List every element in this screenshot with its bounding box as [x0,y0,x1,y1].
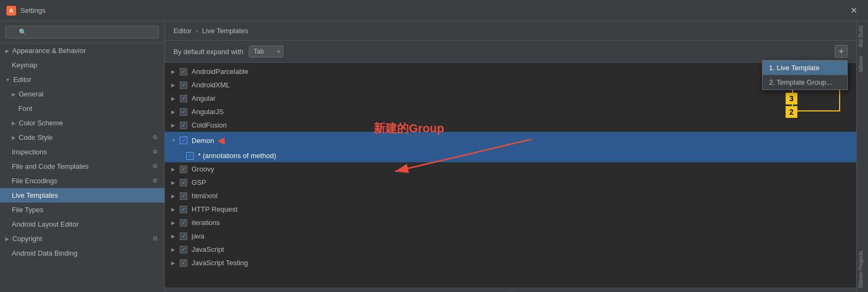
breadcrumb-current: Live Templates [202,27,248,35]
sidebar-item-label: Code Style [19,133,150,141]
group-checkbox[interactable]: ✓ [180,179,187,186]
template-group-javascript[interactable]: ▶ ✓ JavaScript [165,243,856,256]
group-arrow-icon: ▶ [171,193,177,199]
group-arrow-icon: ▶ [171,220,177,226]
group-arrow-icon: ▼ [171,138,177,143]
group-checkbox[interactable]: ✓ [180,95,187,102]
group-name-label: HTTP Request [192,205,238,213]
sidebar-item-label: Color Scheme [19,119,158,127]
sidebar-item-file-code-templates[interactable]: File and Code Templates ⚙ [0,159,164,174]
sidebar-item-label: Editor [13,76,158,84]
group-name-label: AngularJS [192,108,224,116]
main-container: ▶ Appearance & Behavior Keymap ▼ Editor … [0,21,868,292]
arrow-pointer-icon: ◀ [217,134,225,146]
app-icon: A [6,6,16,16]
group-checkbox[interactable]: ✓ [180,246,187,253]
ant-build-tab[interactable]: Ant Build [857,21,868,51]
template-group-groovy[interactable]: ▶ ✓ Groovy [165,162,856,176]
content-header: Editor › Live Templates [165,21,856,41]
group-arrow-icon: ▶ [171,260,177,266]
settings-icon: ⚙ [153,148,158,155]
horizontal-scrollbar[interactable]: ····· [165,288,856,292]
template-group-demon[interactable]: ▼ ✓ Demon ◀ [165,132,856,149]
group-arrow-icon: ▶ [171,207,177,212]
group-name-label: iterations [192,219,220,227]
group-checkbox[interactable]: ✓ [180,122,187,129]
maven-projects-tab[interactable]: Maven Projects [857,246,868,292]
group-arrow-icon: ▶ [171,247,177,252]
group-arrow-icon: ▶ [171,109,177,115]
group-checkbox[interactable]: ✓ [180,137,187,144]
group-checkbox[interactable]: ✓ [180,259,187,267]
group-checkbox[interactable]: ✓ [180,233,187,240]
group-name-label: AndroidParcelable [192,68,248,76]
sidebar-item-label: Appearance & Behavior [12,47,158,55]
template-group-htmlxml[interactable]: ▶ ✓ html/xml [165,189,856,203]
expand-select[interactable]: Tab Space Enter [249,46,284,57]
template-group-androidxml[interactable]: ▶ ✓ AndroidXML [165,78,856,92]
template-group-angularjs[interactable]: ▶ ✓ AngularJS [165,105,856,118]
group-checkbox[interactable]: ✓ [180,68,187,76]
settings-icon: ⚙ [153,134,158,141]
sidebar-item-live-templates[interactable]: Live Templates [0,188,164,203]
sidebar-item-file-types[interactable]: File Types [0,203,164,217]
sidebar-item-editor[interactable]: ▼ Editor [0,72,164,87]
arrow-icon: ▼ [5,77,10,83]
arrow-icon: ▶ [5,236,9,242]
sidebar-item-keymap[interactable]: Keymap [0,58,164,72]
sidebar-item-label: General [19,90,158,98]
add-template-button[interactable]: + [835,45,848,58]
group-name-label: ColdFusion [192,121,227,129]
group-name-label: GSP [192,178,206,186]
sidebar-item-font[interactable]: Font [0,101,164,116]
search-input[interactable] [5,26,159,39]
sidebar: ▶ Appearance & Behavior Keymap ▼ Editor … [0,21,165,292]
dropdown-template-group[interactable]: 2. Template Group... [763,75,847,89]
sidebar-item-color-scheme[interactable]: ▶ Color Scheme [0,116,164,130]
close-button[interactable]: ✕ [846,3,862,18]
template-group-gsp[interactable]: ▶ ✓ GSP [165,176,856,189]
sidebar-item-label: Copyright [12,235,150,243]
sidebar-item-file-encodings[interactable]: File Encodings ⚙ [0,174,164,188]
templates-list[interactable]: ▶ ✓ AndroidParcelable ▶ ✓ AndroidXML ▶ ✓… [165,63,856,288]
group-checkbox[interactable]: ✓ [180,166,187,173]
sidebar-item-general[interactable]: ▶ General [0,87,164,101]
database-tab[interactable]: tabase [857,51,868,76]
breadcrumb: Editor › Live Templates [173,27,248,35]
expand-label: By default expand with [173,48,243,56]
settings-icon: ⚙ [153,177,158,184]
group-checkbox[interactable]: ✓ [180,219,187,227]
sidebar-item-android-data-binding[interactable]: Android Data Binding [0,246,164,260]
settings-icon: ⚙ [153,163,158,170]
item-checkbox[interactable]: ✓ [186,152,194,160]
group-name-label: Groovy [192,165,214,173]
window-title: Settings [20,6,846,14]
sidebar-item-copyright[interactable]: ▶ Copyright ⚙ [0,231,164,246]
template-group-java[interactable]: ▶ ✓ java [165,229,856,243]
group-checkbox[interactable]: ✓ [180,192,187,200]
right-sidebar-panel: Ant Build tabase Maven Projects [856,21,868,292]
content-area: Editor › Live Templates By default expan… [165,21,856,292]
arrow-icon: ▶ [5,48,9,54]
dropdown-live-template[interactable]: 1. Live Template [763,61,847,75]
group-checkbox[interactable]: ✓ [180,206,187,213]
template-group-coldfusion[interactable]: ▶ ✓ ColdFusion [165,118,856,132]
sidebar-item-android-layout-editor[interactable]: Android Layout Editor [0,217,164,231]
template-group-angular[interactable]: ▶ ✓ Angular [165,92,856,105]
group-arrow-icon: ▶ [171,69,177,74]
group-arrow-icon: ▶ [171,180,177,185]
template-group-androidparcelable[interactable]: ▶ ✓ AndroidParcelable [165,65,856,78]
group-name-label: Demon [192,137,214,145]
sidebar-item-appearance[interactable]: ▶ Appearance & Behavior [0,43,164,58]
group-checkbox[interactable]: ✓ [180,81,187,89]
template-group-httprequest[interactable]: ▶ ✓ HTTP Request [165,203,856,216]
sidebar-item-code-style[interactable]: ▶ Code Style ⚙ [0,130,164,145]
template-item-demon-child[interactable]: ✓ * (annotations of method) [165,149,856,162]
add-dropdown-menu: 1. Live Template 2. Template Group... [762,60,848,90]
sidebar-item-inspections[interactable]: Inspections ⚙ [0,145,164,159]
group-name-label: JavaScript Testing [192,259,248,267]
template-group-iterations[interactable]: ▶ ✓ iterations [165,216,856,229]
template-group-javascript-testing[interactable]: ▶ ✓ JavaScript Testing [165,256,856,269]
group-arrow-icon: ▶ [171,123,177,128]
group-checkbox[interactable]: ✓ [180,108,187,116]
